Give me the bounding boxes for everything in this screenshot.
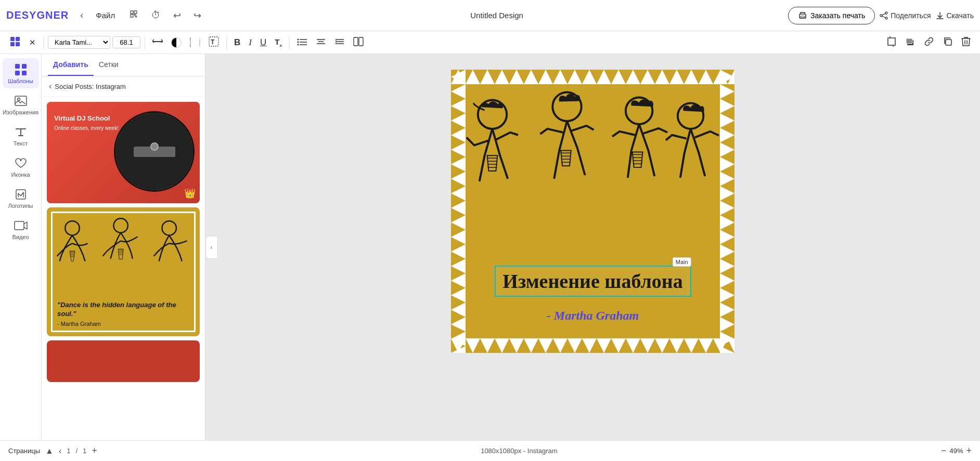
template-dj-card[interactable]: Virtual DJ School Online classes, every … <box>47 102 200 203</box>
breadcrumb-back-button[interactable]: ‹ <box>49 82 51 91</box>
template-red-card[interactable] <box>47 340 200 382</box>
svg-rect-10 <box>16 42 20 46</box>
text-effects-button[interactable]: T <box>205 34 222 50</box>
print-label: Заказать печать <box>810 11 865 20</box>
font-family-select[interactable]: Karla Tami... <box>48 36 110 49</box>
canvas-info: 1080x1080px - Instagram <box>102 447 936 455</box>
breadcrumb-text: Social Posts: Instagram <box>55 83 126 90</box>
svg-rect-40 <box>16 190 25 199</box>
link-button[interactable] <box>921 34 937 50</box>
icons-label: Иконка <box>11 172 30 178</box>
history-button[interactable]: ⏱ <box>147 8 165 23</box>
svg-text:T: T <box>211 38 215 46</box>
templates-label: Шаблоны <box>8 78 33 84</box>
canvas-figures-area <box>464 85 721 262</box>
svg-rect-35 <box>22 64 27 69</box>
sidebar-item-icons[interactable]: Иконка <box>3 152 39 182</box>
logos-icon <box>14 187 28 202</box>
svg-point-44 <box>162 221 176 235</box>
contrast-icon <box>171 37 182 48</box>
pages-label: Страницы <box>8 447 40 455</box>
formatting-toolbar: ✕ Karla Tami... T B I U Tx <box>0 31 980 54</box>
separator-4 <box>289 36 290 49</box>
element-type-button[interactable] <box>6 34 24 51</box>
main-badge: Main <box>673 257 691 267</box>
zigzag-top <box>451 70 734 84</box>
contrast-button[interactable] <box>168 35 185 49</box>
zoom-out-button[interactable]: − <box>941 445 947 456</box>
columns-button[interactable] <box>350 35 367 50</box>
align-center-button[interactable] <box>313 35 329 49</box>
canvas-container: Изменение шаблона Main - Martha Graham <box>451 70 734 353</box>
templates-panel: Добавить Сетки ‹ Social Posts: Instagram <box>42 54 205 440</box>
design-icon-button[interactable] <box>124 7 143 24</box>
svg-point-4 <box>885 17 887 19</box>
share-button[interactable]: Поделиться <box>879 11 931 20</box>
sidebar-item-text[interactable]: Текст <box>3 121 39 151</box>
svg-rect-41 <box>15 221 24 230</box>
svg-point-60 <box>678 103 704 129</box>
prev-page-button[interactable]: ‹ <box>59 446 61 456</box>
redo-button[interactable]: ↪ <box>189 8 205 23</box>
bold-button[interactable]: B <box>231 35 243 50</box>
copy-button[interactable] <box>939 34 956 50</box>
print-button[interactable]: Заказать печать <box>788 7 875 24</box>
text-width-button[interactable] <box>149 35 166 49</box>
svg-point-39 <box>17 98 20 101</box>
separator-2 <box>145 36 145 49</box>
close-element-button[interactable]: ✕ <box>26 36 39 49</box>
add-page-button[interactable]: + <box>92 445 97 456</box>
sidebar-item-logos[interactable]: Логотипы <box>3 183 39 213</box>
pages-chevron-up-button[interactable]: ▲ <box>45 446 54 456</box>
panel-breadcrumb: ‹ Social Posts: Instagram <box>42 76 205 97</box>
back-button[interactable]: ‹ <box>77 8 86 23</box>
text-selection-box: Изменение шаблона Main <box>494 266 691 297</box>
bottom-bar: Страницы ▲ ‹ 1 / 1 + 1080x1080px - Insta… <box>0 440 980 461</box>
download-button[interactable]: Скачать <box>935 11 974 20</box>
delete-button[interactable] <box>958 34 974 50</box>
design-canvas[interactable]: Изменение шаблона Main - Martha Graham <box>451 70 734 353</box>
crop-button[interactable] <box>883 34 900 50</box>
file-menu[interactable]: Файл <box>91 9 120 22</box>
undo-button[interactable]: ↩ <box>169 8 185 23</box>
panel-collapse-button[interactable]: ‹ <box>205 236 217 259</box>
canvas-area[interactable]: ‹ <box>205 54 980 440</box>
svg-point-18 <box>297 44 299 46</box>
tab-add[interactable]: Добавить <box>48 54 94 76</box>
template-dance-card[interactable]: "Dance is the hidden language of the sou… <box>47 207 200 336</box>
title-area: Untitled Design <box>210 11 784 20</box>
italic-button[interactable]: I <box>246 35 255 50</box>
underline-button[interactable]: U <box>257 35 269 50</box>
sidebar-item-images[interactable]: Изображения <box>3 89 39 120</box>
layer-down-button[interactable] <box>902 34 919 50</box>
svg-rect-32 <box>906 38 912 44</box>
tab-grids[interactable]: Сетки <box>94 54 124 76</box>
svg-rect-1 <box>801 16 805 18</box>
zoom-in-button[interactable]: + <box>966 445 972 456</box>
stroke-color-button[interactable] <box>196 36 203 49</box>
svg-rect-9 <box>10 42 15 46</box>
svg-rect-7 <box>10 37 15 41</box>
svg-rect-11 <box>152 41 163 42</box>
video-label: Видео <box>12 234 29 240</box>
italic-label: I <box>249 37 252 47</box>
sidebar-item-video[interactable]: Видео <box>3 214 39 244</box>
text-icon <box>14 125 28 139</box>
fill-color-button[interactable] <box>187 36 194 49</box>
font-size-input[interactable] <box>112 36 140 48</box>
page-current: 1 <box>67 447 70 455</box>
indent-button[interactable] <box>331 35 348 49</box>
dance-figures-svg <box>47 213 200 289</box>
canvas-subtitle-block[interactable]: - Martha Graham <box>547 309 639 323</box>
svg-point-2 <box>885 12 887 14</box>
bullet-list-button[interactable] <box>294 35 311 49</box>
text-style-button[interactable]: Tx <box>272 35 285 50</box>
canvas-text-block[interactable]: Изменение шаблона Main <box>494 266 691 297</box>
icons-heart-icon <box>14 156 28 170</box>
zoom-controls: − 49% + <box>941 445 972 456</box>
sidebar-icons: Шаблоны Изображения Текст Иконка <box>0 54 42 440</box>
sidebar-item-templates[interactable]: Шаблоны <box>3 58 39 88</box>
svg-rect-26 <box>354 37 358 46</box>
app-logo: DESYGNER <box>6 9 69 21</box>
svg-point-16 <box>297 42 299 43</box>
